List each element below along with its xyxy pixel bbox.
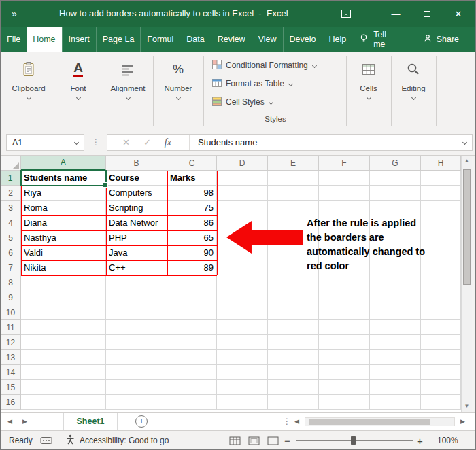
scroll-up-icon[interactable]: ▲ <box>462 156 472 167</box>
tell-me-box[interactable]: Tell me <box>352 27 403 52</box>
tab-help[interactable]: Help <box>322 27 352 52</box>
cell-A7[interactable]: Nikita <box>21 260 106 275</box>
clipboard-group-button[interactable]: Clipboard <box>5 55 52 123</box>
cell-A15[interactable] <box>21 380 106 395</box>
cell-F11[interactable] <box>319 320 370 335</box>
cell-B9[interactable] <box>106 290 167 305</box>
formula-input[interactable]: Students name <box>198 137 257 148</box>
tab-review[interactable]: Review <box>211 27 252 52</box>
select-all-corner[interactable] <box>1 156 21 171</box>
cell-A6[interactable]: Valdi <box>21 245 106 260</box>
cell-G13[interactable] <box>370 350 421 365</box>
accessibility-status[interactable]: Accessibility: Good to go <box>66 431 169 450</box>
normal-view-icon[interactable] <box>229 431 241 450</box>
row-header-5[interactable]: 5 <box>1 230 21 245</box>
cell-B12[interactable] <box>106 335 167 350</box>
cell-H16[interactable] <box>421 395 461 410</box>
cell-H2[interactable] <box>421 186 461 201</box>
cell-C2[interactable]: 98 <box>167 186 217 201</box>
column-header-C[interactable]: C <box>167 156 217 171</box>
cell-F15[interactable] <box>319 380 370 395</box>
vertical-scroll-thumb[interactable] <box>463 169 471 285</box>
cell-styles-button[interactable]: Cell Styles <box>211 94 273 109</box>
cell-F12[interactable] <box>319 335 370 350</box>
cell-G16[interactable] <box>370 395 421 410</box>
cell-A4[interactable]: Diana <box>21 215 106 230</box>
row-header-14[interactable]: 14 <box>1 365 21 380</box>
cell-C15[interactable] <box>167 380 217 395</box>
cell-D8[interactable] <box>217 275 268 290</box>
cell-B1[interactable]: Course <box>106 171 167 186</box>
cell-G2[interactable] <box>370 186 421 201</box>
tab-insert[interactable]: Insert <box>62 27 96 52</box>
cell-E11[interactable] <box>268 320 319 335</box>
cell-E2[interactable] <box>268 186 319 201</box>
cell-G3[interactable] <box>370 201 421 215</box>
hscroll-right-icon[interactable]: ▶ <box>460 413 465 431</box>
tab-file[interactable]: File <box>1 27 27 52</box>
cell-C9[interactable] <box>167 290 217 305</box>
sheet-nav-right-icon[interactable]: ▶ <box>22 413 27 431</box>
cell-C4[interactable]: 86 <box>167 215 217 230</box>
cell-A3[interactable]: Roma <box>21 201 106 215</box>
cell-D14[interactable] <box>217 365 268 380</box>
cell-D9[interactable] <box>217 290 268 305</box>
cell-E3[interactable] <box>268 201 319 215</box>
cell-A11[interactable] <box>21 320 106 335</box>
cell-F13[interactable] <box>319 350 370 365</box>
cell-E13[interactable] <box>268 350 319 365</box>
cell-G14[interactable] <box>370 365 421 380</box>
cell-F3[interactable] <box>319 201 370 215</box>
number-group-button[interactable]: % Number <box>154 55 202 123</box>
sheet-tab-sheet1[interactable]: Sheet1 <box>63 413 118 431</box>
zoom-out-button[interactable]: − <box>284 431 290 450</box>
row-header-13[interactable]: 13 <box>1 350 21 365</box>
row-header-12[interactable]: 12 <box>1 335 21 350</box>
cell-E10[interactable] <box>268 305 319 320</box>
cell-D15[interactable] <box>217 380 268 395</box>
close-button[interactable]: ✕ <box>443 1 474 27</box>
format-as-table-button[interactable]: Format as Table <box>211 76 292 91</box>
cell-H15[interactable] <box>421 380 461 395</box>
horizontal-scrollbar[interactable] <box>305 417 455 426</box>
cell-F16[interactable] <box>319 395 370 410</box>
macro-record-icon[interactable] <box>40 431 52 450</box>
cell-B10[interactable] <box>106 305 167 320</box>
cell-E16[interactable] <box>268 395 319 410</box>
cell-F8[interactable] <box>319 275 370 290</box>
cell-F10[interactable] <box>319 305 370 320</box>
cell-H11[interactable] <box>421 320 461 335</box>
drag-handle-icon[interactable]: ⋮ <box>92 134 100 151</box>
cell-A12[interactable] <box>21 335 106 350</box>
cell-G1[interactable] <box>370 171 421 186</box>
cell-B14[interactable] <box>106 365 167 380</box>
cell-F9[interactable] <box>319 290 370 305</box>
cancel-icon[interactable]: ✕ <box>122 137 130 148</box>
cell-E9[interactable] <box>268 290 319 305</box>
cell-C16[interactable] <box>167 395 217 410</box>
cell-D7[interactable] <box>217 260 268 275</box>
cell-E12[interactable] <box>268 335 319 350</box>
cell-B15[interactable] <box>106 380 167 395</box>
cell-C11[interactable] <box>167 320 217 335</box>
column-header-A[interactable]: A <box>21 156 106 171</box>
tab-data[interactable]: Data <box>180 27 210 52</box>
tab-view[interactable]: View <box>252 27 283 52</box>
zoom-in-button[interactable]: + <box>417 431 423 450</box>
column-header-B[interactable]: B <box>106 156 167 171</box>
enter-icon[interactable]: ✓ <box>143 137 151 148</box>
cell-C14[interactable] <box>167 365 217 380</box>
conditional-formatting-button[interactable]: Conditional Formatting <box>211 58 316 73</box>
overflow-chevrons-icon[interactable]: » <box>12 1 17 27</box>
cell-A13[interactable] <box>21 350 106 365</box>
tab-page-layout[interactable]: Page La <box>96 27 141 52</box>
cell-E1[interactable] <box>268 171 319 186</box>
cell-G10[interactable] <box>370 305 421 320</box>
cell-H13[interactable] <box>421 350 461 365</box>
row-header-2[interactable]: 2 <box>1 186 21 201</box>
cell-H8[interactable] <box>421 275 461 290</box>
new-sheet-button[interactable]: + <box>135 415 148 428</box>
cell-C1[interactable]: Marks <box>167 171 217 186</box>
cell-D12[interactable] <box>217 335 268 350</box>
sheet-nav-left-icon[interactable]: ◀ <box>7 413 12 431</box>
